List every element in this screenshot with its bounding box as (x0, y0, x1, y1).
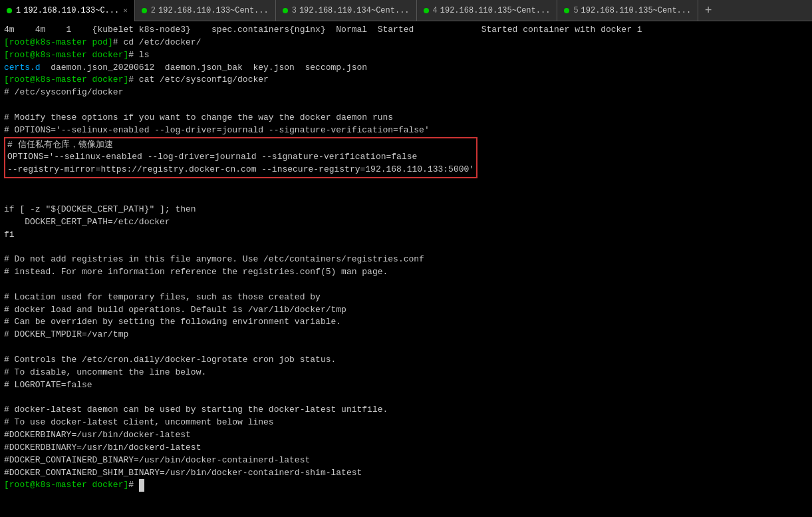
terminal-line-2: [root@k8s-master pod]# cd /etc/docker/ (4, 37, 808, 49)
terminal-line-14: fi (4, 229, 808, 242)
terminal-line-20: # DOCKER_TMPDIR=/var/tmp (4, 329, 808, 341)
terminal-line-15: # Do not add registries in this file any… (4, 254, 808, 266)
terminal-line-7: # Modify these options if you want to ch… (4, 112, 808, 124)
tab-5-dot (564, 8, 569, 13)
tab-1-dot (7, 8, 12, 13)
terminal-line-13: DOCKER_CERT_PATH=/etc/docker (4, 216, 808, 229)
terminal-line-final: [root@k8s-master docker]# (4, 479, 808, 492)
new-tab-button[interactable]: + (698, 0, 718, 21)
tab-3-label: 192.168.110.134~Cent... (299, 6, 410, 15)
terminal-line-4: certs.d daemon.json_20200612 daemon.json… (4, 62, 808, 75)
terminal-blank3 (4, 191, 808, 204)
tab-1[interactable]: 1 192.168.110.133~C... ✕ (0, 0, 135, 21)
tab-4-dot (424, 8, 429, 13)
tab-3-num: 3 (292, 6, 297, 15)
tab-1-close[interactable]: ✕ (119, 6, 128, 15)
terminal-line-19: # Can be overriden by setting the follow… (4, 316, 808, 329)
terminal-blank2 (4, 178, 808, 191)
tab-4[interactable]: 4 192.168.110.135~Cent... (417, 0, 558, 21)
terminal-line-26: #DOCKERBINARY=/usr/bin/docker-latest (4, 429, 808, 442)
terminal-blank5 (4, 279, 808, 291)
terminal-line-23: # LOGROTATE=false (4, 379, 808, 392)
tab-2-dot (142, 8, 147, 13)
tab-1-num: 1 (16, 6, 21, 15)
cursor (139, 479, 144, 492)
terminal-line-29: #DOCKER_CONTAINERD_SHIM_BINARY=/usr/bin/… (4, 467, 808, 480)
terminal-area[interactable]: 4m 4m 1 {kubelet k8s-node3} spec.contain… (0, 21, 812, 517)
terminal-blank4 (4, 241, 808, 254)
terminal-line-1: 4m 4m 1 {kubelet k8s-node3} spec.contain… (4, 24, 808, 37)
terminal-line-5: [root@k8s-master docker]# cat /etc/sysco… (4, 74, 808, 86)
tab-2-num: 2 (151, 6, 156, 15)
terminal-line-16: # instead. For more information referenc… (4, 266, 808, 279)
terminal-line-6: # /etc/sysconfig/docker (4, 86, 808, 99)
terminal-line-22: # To disable, uncomment the line below. (4, 367, 808, 379)
tab-3-dot (283, 8, 288, 13)
tab-5[interactable]: 5 192.168.110.135~Cent... (557, 0, 698, 21)
terminal-line-12: if [ -z "${DOCKER_CERT_PATH}" ]; then (4, 204, 808, 216)
terminal-line-8: # OPTIONS='--selinux-enabled --log-drive… (4, 124, 808, 137)
tab-5-label: 192.168.110.135~Cent... (581, 6, 692, 15)
terminal-line-28: #DOCKER_CONTAINERD_BINARY=/usr/bin/docke… (4, 454, 808, 467)
tab-3[interactable]: 3 192.168.110.134~Cent... (276, 0, 417, 21)
terminal-line-21: # Controls the /etc/cron.daily/docker-lo… (4, 354, 808, 367)
terminal-line-24: # docker-latest daemon can be used by st… (4, 404, 808, 417)
terminal-line-27: #DOCKERDBINARY=/usr/bin/dockerd-latest (4, 442, 808, 454)
terminal-line-9: # 信任私有仓库，镜像加速 (7, 139, 474, 152)
terminal-line-3: [root@k8s-master docker]# ls (4, 49, 808, 62)
terminal-line-blank1 (4, 99, 808, 112)
terminal-line-25: # To use docker-latest client, uncomment… (4, 417, 808, 429)
tab-5-num: 5 (573, 6, 578, 15)
tab-4-num: 4 (433, 6, 438, 15)
tab-bar: 1 192.168.110.133~C... ✕ 2 192.168.110.1… (0, 0, 812, 21)
tab-2-label: 192.168.110.133~Cent... (158, 6, 269, 15)
terminal-blank6 (4, 341, 808, 354)
tab-2[interactable]: 2 192.168.110.133~Cent... (135, 0, 276, 21)
terminal-line-17: # Location used for temporary files, suc… (4, 291, 808, 304)
tab-4-label: 192.168.110.135~Cent... (440, 6, 551, 15)
terminal-line-18: # docker load and build operations. Defa… (4, 304, 808, 317)
terminal-line-10: OPTIONS='--selinux-enabled --log-driver=… (7, 151, 474, 164)
highlighted-section: # 信任私有仓库，镜像加速 OPTIONS='--selinux-enabled… (4, 137, 477, 179)
tab-1-label: 192.168.110.133~C... (23, 6, 119, 15)
terminal-blank7 (4, 391, 808, 404)
terminal-line-11: --registry-mirror=https://registry.docke… (7, 164, 474, 176)
